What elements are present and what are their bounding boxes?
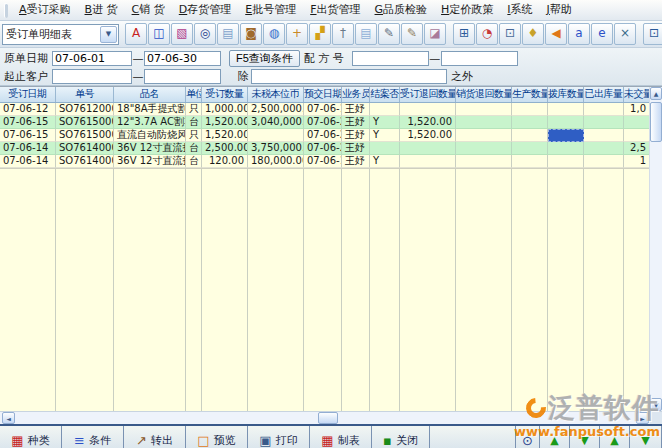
search-doc-icon[interactable]: ◎ (194, 23, 216, 45)
speaker-icon[interactable]: ◀ (545, 23, 567, 45)
grid-cell[interactable]: 07-06-12 (304, 103, 342, 116)
grid-cell[interactable]: SO76120001 (56, 103, 114, 116)
grid-cell[interactable] (370, 103, 400, 116)
grid-cell[interactable] (456, 129, 512, 142)
font-find-icon[interactable]: A (125, 23, 147, 45)
menu-item-g[interactable]: G品质检验 (368, 0, 435, 20)
menu-item-b[interactable]: B进 货 (78, 0, 125, 20)
edit-note-icon[interactable]: ▤ (355, 23, 377, 45)
vertical-scrollbar[interactable]: ▲ ▼ (649, 87, 662, 411)
column-header-10[interactable]: 销货退回数量 (456, 87, 512, 102)
nav-top-button[interactable]: ▲ (600, 426, 630, 448)
grid-cell[interactable] (456, 155, 512, 168)
grid-cell[interactable] (512, 116, 548, 129)
menu-item-d[interactable]: D存货管理 (172, 0, 238, 20)
category-button[interactable]: ▦种类 (0, 426, 62, 448)
close-x-icon[interactable]: × (614, 23, 636, 45)
zoom-search-button[interactable]: ⊙ (516, 426, 540, 448)
grid-cell[interactable]: SO76140002 (56, 155, 114, 168)
order-date-to-input[interactable] (144, 51, 221, 66)
grid-cell[interactable] (548, 142, 584, 155)
grid-cell[interactable]: 1,520.00 (202, 129, 248, 142)
grid-cell[interactable]: 直流自动防烧风叶 (114, 129, 186, 142)
order-date-from-input[interactable] (52, 51, 132, 66)
except-value-input[interactable] (251, 69, 447, 84)
grid-cell[interactable]: 1,520.00 (400, 116, 456, 129)
grid-cell[interactable]: 120.00 (202, 155, 248, 168)
grid-cell[interactable] (548, 103, 584, 116)
customer-to-input[interactable] (144, 69, 221, 84)
grid-cell[interactable]: 3,750,000.00 (248, 142, 304, 155)
grid-cell[interactable] (584, 142, 624, 155)
copy-records-icon[interactable]: ◫ (148, 23, 170, 45)
grid-cell[interactable]: 07-06-19 (304, 155, 342, 168)
grid-cell[interactable]: 王妤 (342, 103, 370, 116)
grid-cell[interactable]: 07-06-15 (0, 116, 56, 129)
column-header-7[interactable]: 业务员 (342, 87, 370, 102)
letter-e-icon[interactable]: e (591, 23, 613, 45)
formula-from-input[interactable] (352, 51, 429, 66)
menu-item-a[interactable]: A受订采购 (12, 0, 78, 20)
menu-item-c[interactable]: C销 货 (125, 0, 172, 20)
grid-cell[interactable]: 2,5 (624, 142, 650, 155)
scroll-up-icon[interactable]: ▲ (650, 87, 662, 100)
window-icon[interactable]: ⊡ (499, 23, 521, 45)
condition-button[interactable]: ≡条件 (62, 426, 124, 448)
grid-cell[interactable]: 台 (186, 116, 202, 129)
grid-cell[interactable]: 王妤 (342, 155, 370, 168)
horizontal-scroll-thumb[interactable] (318, 412, 338, 424)
merge-data-icon[interactable]: ▧ (171, 23, 193, 45)
menu-item-f[interactable]: F出货管理 (303, 0, 367, 20)
table-grid-icon[interactable]: ⊞ (453, 23, 475, 45)
menu-item-i[interactable]: I系统 (500, 0, 539, 20)
grid-cell[interactable]: SO76140001 (56, 142, 114, 155)
grid-cell[interactable] (512, 103, 548, 116)
report-type-select[interactable]: 受订单明细表 ▼ (2, 24, 119, 45)
grid-cell[interactable] (456, 116, 512, 129)
grid-cell[interactable]: 180,000.00 (248, 155, 304, 168)
grid-cell[interactable]: 18"8A手提式割草机 (114, 103, 186, 116)
grid-cell[interactable]: 07-06-14 (0, 142, 56, 155)
f5-query-button[interactable]: F5查询条件 (229, 50, 300, 67)
grid-cell[interactable]: Y (370, 129, 400, 142)
column-header-13[interactable]: 已出库量 (584, 87, 624, 102)
grid-cell[interactable]: SO76150001 (56, 129, 114, 142)
grid-cell[interactable]: 只 (186, 103, 202, 116)
menu-item-j[interactable]: J帮助 (540, 0, 579, 20)
tabulate-button[interactable]: ▦制表 (310, 426, 372, 448)
menu-item-h[interactable]: H定价政策 (434, 0, 500, 20)
pencil-ruler-icon[interactable]: ✎ (401, 23, 423, 45)
letter-a-icon[interactable]: a (568, 23, 590, 45)
grid-cell[interactable] (584, 155, 624, 168)
grid-cell[interactable] (548, 155, 584, 168)
pushpin-icon[interactable]: † (332, 23, 354, 45)
pencil-icon[interactable]: ✎ (378, 23, 400, 45)
grid-cell[interactable]: 台 (186, 155, 202, 168)
grid-cell[interactable]: Y (370, 116, 400, 129)
chevron-down-icon[interactable]: ▼ (100, 26, 117, 43)
customer-from-input[interactable] (52, 69, 132, 84)
column-header-0[interactable]: 受订日期 (0, 87, 56, 102)
column-header-2[interactable]: 品名 (114, 87, 186, 102)
grid-cell[interactable]: 07-06-12 (0, 103, 56, 116)
close-button[interactable]: ▪关闭 (372, 426, 430, 448)
scroll-down-icon[interactable]: ▼ (650, 398, 662, 411)
grid-cell[interactable] (624, 129, 650, 142)
grid-cell[interactable] (400, 155, 456, 168)
column-header-14[interactable]: 未交量 (624, 87, 650, 102)
column-header-4[interactable]: 受订数量 (202, 87, 248, 102)
nav-bottom-button[interactable]: ▼ (630, 426, 662, 448)
grid-cell[interactable]: 1,000.00 (202, 103, 248, 116)
grid-cell[interactable]: 1,520.00 (202, 116, 248, 129)
grid-cell[interactable]: 王妤 (342, 129, 370, 142)
grid-cell[interactable]: 07-06-14 (0, 155, 56, 168)
grid-cell[interactable]: 3,040,000.00 (248, 116, 304, 129)
pie-chart-icon[interactable]: ◔ (476, 23, 498, 45)
grid-cell[interactable]: 只 (186, 129, 202, 142)
scroll-left-icon[interactable]: ◄ (2, 412, 15, 424)
grid-cell[interactable]: 台 (186, 142, 202, 155)
scroll-right-icon[interactable]: ► (636, 412, 649, 424)
grid-cell[interactable]: 2,500.00 (202, 142, 248, 155)
grid-cell[interactable]: 1,520.00 (400, 129, 456, 142)
grid-cell[interactable]: 12"3.7A AC割草机 (114, 116, 186, 129)
